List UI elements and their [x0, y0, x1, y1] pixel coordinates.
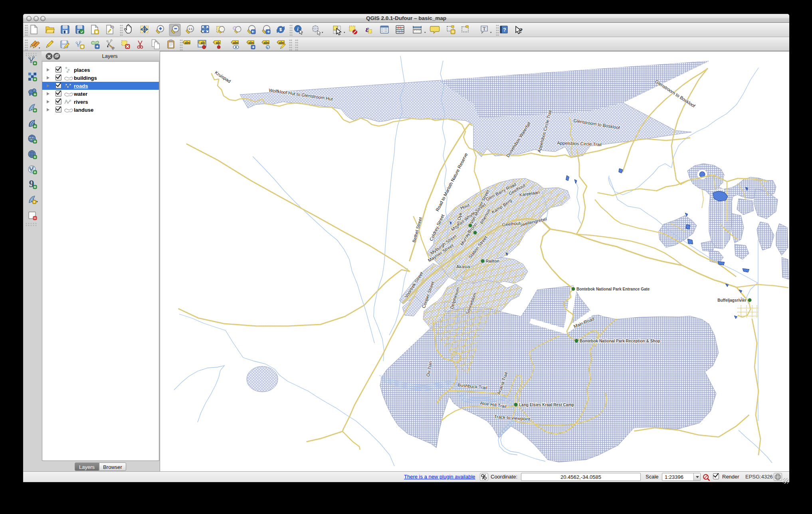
- svg-text:?: ?: [519, 27, 523, 34]
- svg-text:abc: abc: [233, 41, 239, 45]
- svg-text:Railton: Railton: [486, 259, 499, 263]
- svg-text:Kruispad: Kruispad: [214, 70, 232, 83]
- svg-text:1:1: 1:1: [188, 28, 192, 30]
- svg-text:Akasia: Akasia: [456, 264, 470, 269]
- svg-text:ε: ε: [365, 24, 369, 34]
- svg-text:abc: abc: [184, 41, 190, 45]
- svg-text:T: T: [483, 26, 486, 32]
- svg-text:Buffeljagsrivier: Buffeljagsrivier: [717, 298, 747, 302]
- svg-text:ab: ab: [216, 41, 220, 45]
- svg-text:abc: abc: [263, 41, 269, 45]
- svg-text:abc: abc: [248, 41, 254, 45]
- svg-text:Bontebok National Park Entranc: Bontebok National Park Entrance Gate: [576, 287, 650, 291]
- svg-text:?: ?: [503, 27, 506, 33]
- svg-text:Bontebok National Park Recepti: Bontebok National Park Reception & Shop: [580, 339, 660, 343]
- svg-text:Lang Elsies Kraal Rest Camp: Lang Elsies Kraal Rest Camp: [519, 403, 574, 407]
